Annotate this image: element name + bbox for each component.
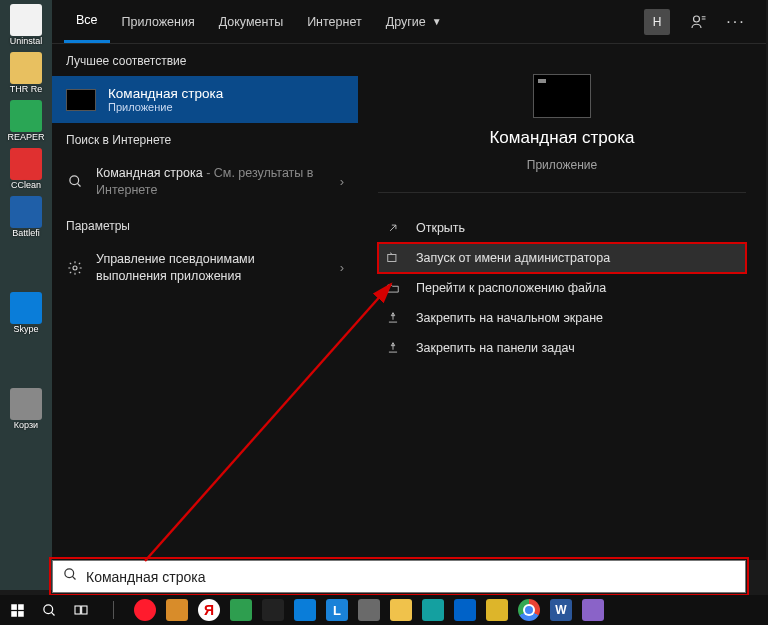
web-search-item[interactable]: Командная строка - См. результаты в Инте…	[52, 155, 358, 209]
chevron-right-icon: ›	[340, 174, 344, 189]
svg-line-6	[72, 576, 75, 579]
feedback-icon[interactable]	[688, 12, 708, 32]
chevron-down-icon: ▼	[432, 16, 442, 27]
svg-rect-9	[11, 611, 17, 617]
search-icon	[66, 173, 84, 191]
user-avatar[interactable]: Н	[644, 9, 670, 35]
taskbar-app-blue[interactable]	[450, 596, 480, 624]
tabs-bar: ВсеПриложенияДокументыИнтернетДругие ▼ Н…	[52, 0, 766, 44]
desktop-shortcut[interactable]: CClean	[4, 148, 48, 192]
action-icon	[384, 341, 402, 355]
search-panel: ВсеПриложенияДокументыИнтернетДругие ▼ Н…	[52, 0, 766, 560]
svg-point-11	[43, 604, 52, 613]
taskbar: ЯLW	[0, 595, 768, 625]
taskbar-start[interactable]	[2, 596, 32, 624]
action-3[interactable]: Закрепить на начальном экране	[378, 303, 746, 333]
desktop-strip: UninstalTHR ReREAPERCCleanBattlefiSkypeК…	[0, 0, 52, 590]
action-label: Открыть	[416, 221, 465, 235]
settings-item-label: Управление псевдонимами выполнения прило…	[96, 251, 328, 285]
action-icon	[384, 311, 402, 325]
action-label: Закрепить на начальном экране	[416, 311, 603, 325]
results-column: Лучшее соответствие Командная строка При…	[52, 44, 358, 560]
svg-rect-4	[388, 255, 396, 262]
preview-title: Командная строка	[489, 128, 634, 148]
tab-Документы[interactable]: Документы	[207, 0, 295, 43]
action-1[interactable]: Запуск от имени администратора	[378, 243, 746, 273]
svg-rect-14	[82, 606, 87, 614]
action-label: Закрепить на панели задач	[416, 341, 575, 355]
taskbar-yandex[interactable]: Я	[194, 596, 224, 624]
desktop-shortcut[interactable]	[4, 244, 48, 288]
action-4[interactable]: Закрепить на панели задач	[378, 333, 746, 363]
svg-line-2	[77, 184, 80, 187]
svg-point-5	[65, 569, 74, 578]
desktop-shortcut[interactable]	[4, 340, 48, 384]
taskbar-app-teal[interactable]	[418, 596, 448, 624]
svg-point-1	[69, 176, 78, 185]
tab-Все[interactable]: Все	[64, 0, 110, 43]
settings-item[interactable]: Управление псевдонимами выполнения прило…	[52, 241, 358, 295]
preview-subtitle: Приложение	[527, 158, 597, 172]
tab-Другие[interactable]: Другие	[374, 0, 438, 43]
svg-rect-8	[18, 604, 24, 610]
search-icon	[63, 567, 78, 586]
desktop-shortcut[interactable]: Battlefi	[4, 196, 48, 240]
taskbar-word[interactable]: W	[546, 596, 576, 624]
taskbar-search[interactable]	[34, 596, 64, 624]
best-match-label: Лучшее соответствие	[52, 44, 358, 76]
desktop-shortcut[interactable]: Skype	[4, 292, 48, 336]
taskbar-app-L[interactable]: L	[322, 596, 352, 624]
svg-point-0	[694, 16, 700, 22]
taskbar-paint[interactable]	[578, 596, 608, 624]
taskbar-app-yellow[interactable]	[482, 596, 512, 624]
search-box[interactable]	[52, 560, 746, 593]
search-input[interactable]	[86, 569, 735, 585]
tab-Интернет[interactable]: Интернет	[295, 0, 374, 43]
ellipsis-icon[interactable]: ···	[726, 12, 746, 32]
best-match-item[interactable]: Командная строка Приложение	[52, 76, 358, 123]
taskbar-app-star[interactable]	[258, 596, 288, 624]
settings-label: Параметры	[52, 209, 358, 241]
chevron-right-icon: ›	[340, 260, 344, 275]
web-item-prefix: Командная строка	[96, 166, 203, 180]
gear-icon	[66, 259, 84, 277]
web-search-label: Поиск в Интернете	[52, 123, 358, 155]
taskbar-files[interactable]	[162, 596, 192, 624]
action-label: Перейти к расположению файла	[416, 281, 606, 295]
cmd-thumb-icon	[66, 89, 96, 111]
svg-rect-10	[18, 611, 24, 617]
action-label: Запуск от имени администратора	[416, 251, 610, 265]
desktop-shortcut[interactable]: Корзи	[4, 388, 48, 432]
action-icon	[384, 251, 402, 265]
action-icon	[384, 221, 402, 235]
taskbar-app-green[interactable]	[226, 596, 256, 624]
svg-rect-7	[11, 604, 17, 610]
desktop-shortcut[interactable]: REAPER	[4, 100, 48, 144]
best-match-subtitle: Приложение	[108, 101, 223, 113]
best-match-title: Командная строка	[108, 86, 223, 101]
taskbar-opera[interactable]	[130, 596, 160, 624]
taskbar-chrome[interactable]	[514, 596, 544, 624]
tab-Приложения[interactable]: Приложения	[110, 0, 207, 43]
desktop-shortcut[interactable]: THR Re	[4, 52, 48, 96]
taskbar-taskview[interactable]	[66, 596, 96, 624]
taskbar-app-grey[interactable]	[354, 596, 384, 624]
svg-rect-13	[75, 606, 80, 614]
action-2[interactable]: Перейти к расположению файла	[378, 273, 746, 303]
svg-point-3	[73, 266, 77, 270]
svg-line-12	[51, 612, 54, 615]
cmd-large-icon	[533, 74, 591, 118]
action-icon	[384, 281, 402, 295]
preview-column: Командная строка Приложение ОткрытьЗапус…	[358, 44, 766, 560]
taskbar-divider	[98, 596, 128, 624]
taskbar-explorer[interactable]	[386, 596, 416, 624]
action-0[interactable]: Открыть	[378, 213, 746, 243]
desktop-shortcut[interactable]: Uninstal	[4, 4, 48, 48]
taskbar-mail[interactable]	[290, 596, 320, 624]
